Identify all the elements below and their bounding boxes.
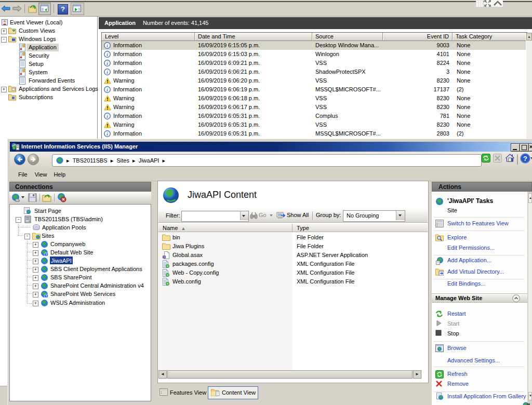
svg-text:?: ? — [45, 253, 47, 256]
svg-text:?: ? — [523, 155, 527, 163]
svg-text:?: ? — [45, 294, 47, 298]
